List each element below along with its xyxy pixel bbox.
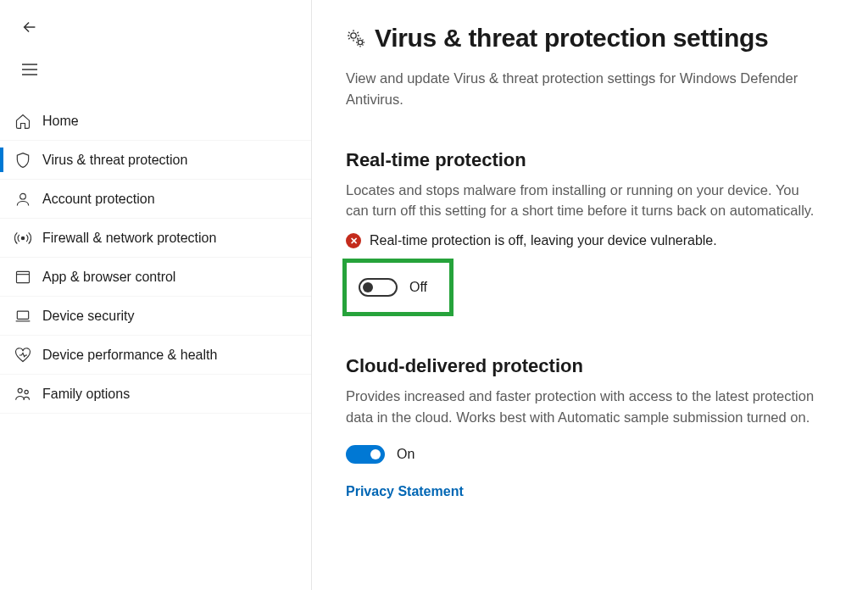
section-title: Real-time protection: [346, 149, 821, 171]
svg-point-6: [351, 33, 356, 38]
alert-text: Real-time protection is off, leaving you…: [370, 233, 717, 248]
person-icon: [12, 191, 34, 208]
sidebar-item-firewall[interactable]: Firewall & network protection: [0, 219, 311, 258]
nav-label: App & browser control: [42, 270, 175, 285]
main-content: Virus & threat protection settings View …: [312, 0, 868, 590]
sidebar-item-virus-threat[interactable]: Virus & threat protection: [0, 141, 311, 180]
heart-icon: [12, 347, 34, 364]
error-icon: ✕: [346, 233, 361, 248]
nav-label: Device security: [42, 309, 134, 324]
laptop-icon: [12, 308, 34, 325]
nav-list: Home Virus & threat protection Account p…: [0, 102, 311, 414]
svg-point-4: [18, 388, 22, 392]
page-header: Virus & threat protection settings: [346, 24, 844, 53]
nav-label: Home: [42, 114, 79, 129]
sidebar-item-home[interactable]: Home: [0, 102, 311, 141]
svg-point-7: [358, 40, 362, 44]
sidebar-item-device-security[interactable]: Device security: [0, 297, 311, 336]
section-description: Provides increased and faster protection…: [346, 386, 821, 428]
section-realtime: Real-time protection Locates and stops m…: [346, 149, 821, 317]
back-button[interactable]: [13, 10, 47, 44]
toggle-row: On: [346, 445, 821, 464]
nav-label: Account protection: [42, 192, 155, 207]
nav-label: Virus & threat protection: [42, 153, 187, 168]
gear-icon: [346, 28, 366, 48]
menu-button[interactable]: [13, 53, 47, 86]
nav-label: Firewall & network protection: [42, 231, 216, 246]
svg-rect-3: [17, 311, 28, 319]
sidebar-item-app-browser[interactable]: App & browser control: [0, 258, 311, 297]
nav-label: Device performance & health: [42, 348, 217, 363]
privacy-statement-link[interactable]: Privacy Statement: [346, 484, 464, 499]
shield-icon: [12, 152, 34, 169]
highlight-box: Off: [342, 259, 453, 316]
alert-row: ✕ Real-time protection is off, leaving y…: [346, 233, 821, 248]
toggle-label: Off: [409, 280, 427, 295]
section-description: Locates and stops malware from installin…: [346, 180, 821, 222]
browser-icon: [12, 269, 34, 286]
sidebar: Home Virus & threat protection Account p…: [0, 0, 312, 590]
svg-point-5: [25, 390, 28, 393]
realtime-toggle[interactable]: [359, 278, 398, 297]
svg-point-0: [20, 193, 26, 199]
page-title: Virus & threat protection settings: [375, 24, 768, 53]
sidebar-item-account[interactable]: Account protection: [0, 180, 311, 219]
nav-label: Family options: [42, 387, 130, 402]
family-icon: [12, 386, 34, 403]
sidebar-item-family[interactable]: Family options: [0, 375, 311, 414]
page-description: View and update Virus & threat protectio…: [346, 68, 821, 110]
toggle-label: On: [397, 447, 415, 462]
antenna-icon: [12, 230, 34, 247]
arrow-left-icon: [20, 18, 39, 36]
section-cloud: Cloud-delivered protection Provides incr…: [346, 355, 821, 499]
sidebar-item-performance[interactable]: Device performance & health: [0, 336, 311, 375]
svg-rect-2: [17, 271, 30, 282]
home-icon: [12, 113, 34, 130]
svg-point-1: [21, 237, 24, 239]
cloud-toggle[interactable]: [346, 445, 385, 464]
hamburger-icon: [21, 63, 38, 76]
section-title: Cloud-delivered protection: [346, 355, 821, 377]
